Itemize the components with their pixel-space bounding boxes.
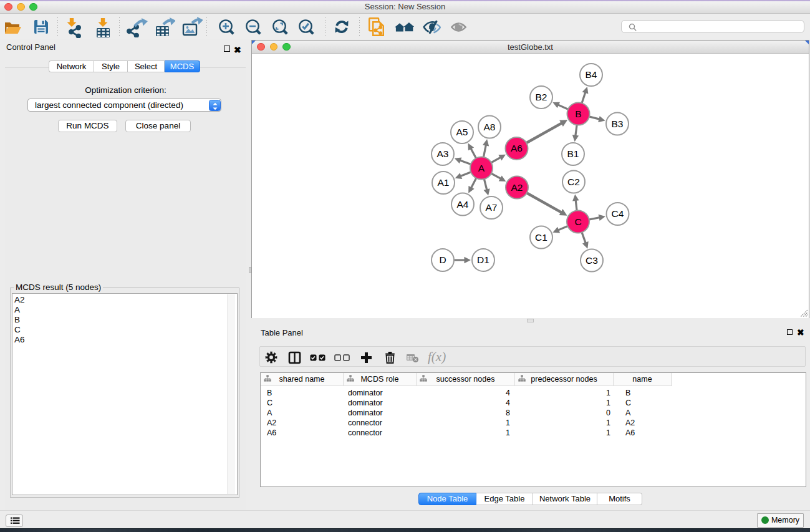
- svg-text:C4: C4: [612, 208, 624, 219]
- svg-text:A1: A1: [438, 177, 450, 188]
- svg-text:A4: A4: [457, 199, 469, 210]
- svg-text:D1: D1: [477, 254, 489, 265]
- svg-text:A: A: [478, 163, 485, 173]
- svg-text:B2: B2: [536, 92, 547, 102]
- svg-text:A7: A7: [486, 202, 498, 213]
- svg-text:A2: A2: [511, 182, 523, 193]
- svg-text:B4: B4: [586, 69, 597, 80]
- svg-text:B3: B3: [612, 118, 624, 129]
- svg-text:C: C: [574, 216, 581, 227]
- svg-text:D: D: [439, 254, 446, 265]
- svg-text:A5: A5: [456, 127, 468, 137]
- svg-text:A8: A8: [484, 122, 496, 132]
- svg-text:C1: C1: [535, 232, 547, 243]
- svg-text:C3: C3: [586, 255, 598, 266]
- svg-text:B: B: [575, 109, 581, 119]
- svg-text:A3: A3: [437, 148, 449, 159]
- svg-text:A6: A6: [511, 143, 523, 153]
- svg-text:B1: B1: [567, 148, 579, 159]
- svg-text:C2: C2: [567, 177, 580, 187]
